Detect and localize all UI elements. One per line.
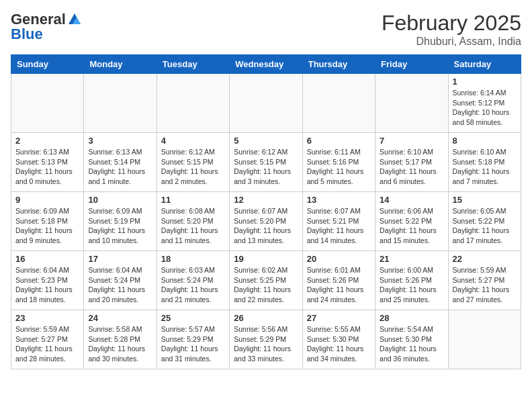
day-info: Sunrise: 5:59 AM Sunset: 5:27 PM Dayligh… bbox=[453, 265, 517, 305]
day-info: Sunrise: 6:07 AM Sunset: 5:20 PM Dayligh… bbox=[234, 206, 298, 246]
day-number: 13 bbox=[307, 195, 371, 205]
calendar-cell bbox=[302, 74, 375, 133]
day-number: 8 bbox=[453, 136, 517, 146]
day-number: 4 bbox=[161, 136, 225, 146]
calendar-week-0: 1Sunrise: 6:14 AM Sunset: 5:12 PM Daylig… bbox=[11, 74, 521, 133]
day-number: 2 bbox=[15, 136, 79, 146]
day-info: Sunrise: 6:14 AM Sunset: 5:12 PM Dayligh… bbox=[453, 88, 517, 128]
day-info: Sunrise: 6:09 AM Sunset: 5:19 PM Dayligh… bbox=[88, 206, 152, 246]
day-info: Sunrise: 6:08 AM Sunset: 5:20 PM Dayligh… bbox=[161, 206, 225, 246]
day-info: Sunrise: 6:10 AM Sunset: 5:18 PM Dayligh… bbox=[453, 147, 517, 187]
day-number: 18 bbox=[161, 254, 225, 264]
calendar-cell: 3Sunrise: 6:13 AM Sunset: 5:14 PM Daylig… bbox=[84, 133, 157, 192]
day-number: 3 bbox=[88, 136, 152, 146]
calendar-cell: 28Sunrise: 5:54 AM Sunset: 5:30 PM Dayli… bbox=[375, 310, 448, 369]
day-info: Sunrise: 6:05 AM Sunset: 5:22 PM Dayligh… bbox=[453, 206, 517, 246]
calendar-table: SundayMondayTuesdayWednesdayThursdayFrid… bbox=[11, 54, 521, 369]
day-number: 19 bbox=[234, 254, 298, 264]
logo-icon bbox=[67, 12, 82, 27]
day-info: Sunrise: 6:03 AM Sunset: 5:24 PM Dayligh… bbox=[161, 265, 225, 305]
calendar-cell: 18Sunrise: 6:03 AM Sunset: 5:24 PM Dayli… bbox=[157, 251, 229, 310]
month-title: February 2025 bbox=[382, 11, 521, 36]
day-number: 25 bbox=[161, 313, 225, 323]
col-header-wednesday: Wednesday bbox=[230, 55, 302, 74]
calendar-cell: 19Sunrise: 6:02 AM Sunset: 5:25 PM Dayli… bbox=[230, 251, 302, 310]
calendar-week-2: 9Sunrise: 6:09 AM Sunset: 5:18 PM Daylig… bbox=[11, 192, 521, 251]
day-info: Sunrise: 6:07 AM Sunset: 5:21 PM Dayligh… bbox=[307, 206, 371, 246]
calendar-cell: 8Sunrise: 6:10 AM Sunset: 5:18 PM Daylig… bbox=[448, 133, 521, 192]
day-info: Sunrise: 6:13 AM Sunset: 5:13 PM Dayligh… bbox=[15, 147, 79, 187]
day-info: Sunrise: 5:58 AM Sunset: 5:28 PM Dayligh… bbox=[88, 324, 152, 364]
day-info: Sunrise: 6:12 AM Sunset: 5:15 PM Dayligh… bbox=[234, 147, 298, 187]
calendar-cell bbox=[84, 74, 157, 133]
subtitle: Dhuburi, Assam, India bbox=[382, 36, 521, 48]
day-number: 23 bbox=[15, 313, 79, 323]
calendar-cell: 16Sunrise: 6:04 AM Sunset: 5:23 PM Dayli… bbox=[11, 251, 84, 310]
day-number: 16 bbox=[15, 254, 79, 264]
col-header-thursday: Thursday bbox=[302, 55, 375, 74]
calendar-cell: 5Sunrise: 6:12 AM Sunset: 5:15 PM Daylig… bbox=[230, 133, 302, 192]
day-number: 27 bbox=[307, 313, 371, 323]
day-number: 12 bbox=[234, 195, 298, 205]
calendar-cell bbox=[448, 310, 521, 369]
calendar-cell: 26Sunrise: 5:56 AM Sunset: 5:29 PM Dayli… bbox=[230, 310, 302, 369]
day-number: 9 bbox=[15, 195, 79, 205]
day-info: Sunrise: 6:11 AM Sunset: 5:16 PM Dayligh… bbox=[307, 147, 371, 187]
calendar-header-row: SundayMondayTuesdayWednesdayThursdayFrid… bbox=[11, 55, 521, 74]
day-number: 1 bbox=[453, 77, 517, 87]
calendar-cell: 17Sunrise: 6:04 AM Sunset: 5:24 PM Dayli… bbox=[84, 251, 157, 310]
col-header-tuesday: Tuesday bbox=[157, 55, 229, 74]
calendar-cell: 4Sunrise: 6:12 AM Sunset: 5:15 PM Daylig… bbox=[157, 133, 229, 192]
day-info: Sunrise: 6:01 AM Sunset: 5:26 PM Dayligh… bbox=[307, 265, 371, 305]
day-number: 17 bbox=[88, 254, 152, 264]
calendar-cell: 24Sunrise: 5:58 AM Sunset: 5:28 PM Dayli… bbox=[84, 310, 157, 369]
calendar-cell: 13Sunrise: 6:07 AM Sunset: 5:21 PM Dayli… bbox=[302, 192, 375, 251]
col-header-monday: Monday bbox=[84, 55, 157, 74]
calendar-cell: 15Sunrise: 6:05 AM Sunset: 5:22 PM Dayli… bbox=[448, 192, 521, 251]
calendar-cell: 27Sunrise: 5:55 AM Sunset: 5:30 PM Dayli… bbox=[302, 310, 375, 369]
calendar-cell: 20Sunrise: 6:01 AM Sunset: 5:26 PM Dayli… bbox=[302, 251, 375, 310]
day-number: 22 bbox=[453, 254, 517, 264]
day-info: Sunrise: 6:13 AM Sunset: 5:14 PM Dayligh… bbox=[88, 147, 152, 187]
day-number: 20 bbox=[307, 254, 371, 264]
calendar-cell: 21Sunrise: 6:00 AM Sunset: 5:26 PM Dayli… bbox=[375, 251, 448, 310]
logo: General Blue bbox=[11, 11, 82, 43]
calendar-cell: 25Sunrise: 5:57 AM Sunset: 5:29 PM Dayli… bbox=[157, 310, 229, 369]
day-info: Sunrise: 6:02 AM Sunset: 5:25 PM Dayligh… bbox=[234, 265, 298, 305]
day-number: 14 bbox=[380, 195, 443, 205]
day-info: Sunrise: 6:10 AM Sunset: 5:17 PM Dayligh… bbox=[380, 147, 443, 187]
day-number: 28 bbox=[380, 313, 443, 323]
calendar-cell: 9Sunrise: 6:09 AM Sunset: 5:18 PM Daylig… bbox=[11, 192, 84, 251]
calendar-cell: 6Sunrise: 6:11 AM Sunset: 5:16 PM Daylig… bbox=[302, 133, 375, 192]
day-number: 24 bbox=[88, 313, 152, 323]
day-number: 21 bbox=[380, 254, 443, 264]
calendar-week-3: 16Sunrise: 6:04 AM Sunset: 5:23 PM Dayli… bbox=[11, 251, 521, 310]
col-header-saturday: Saturday bbox=[448, 55, 521, 74]
calendar-cell bbox=[230, 74, 302, 133]
calendar-cell: 14Sunrise: 6:06 AM Sunset: 5:22 PM Dayli… bbox=[375, 192, 448, 251]
day-info: Sunrise: 6:09 AM Sunset: 5:18 PM Dayligh… bbox=[15, 206, 79, 246]
calendar-cell: 7Sunrise: 6:10 AM Sunset: 5:17 PM Daylig… bbox=[375, 133, 448, 192]
day-number: 10 bbox=[88, 195, 152, 205]
day-info: Sunrise: 6:12 AM Sunset: 5:15 PM Dayligh… bbox=[161, 147, 225, 187]
calendar-week-4: 23Sunrise: 5:59 AM Sunset: 5:27 PM Dayli… bbox=[11, 310, 521, 369]
day-info: Sunrise: 5:55 AM Sunset: 5:30 PM Dayligh… bbox=[307, 324, 371, 364]
calendar-cell: 1Sunrise: 6:14 AM Sunset: 5:12 PM Daylig… bbox=[448, 74, 521, 133]
day-info: Sunrise: 5:59 AM Sunset: 5:27 PM Dayligh… bbox=[15, 324, 79, 364]
day-info: Sunrise: 6:04 AM Sunset: 5:23 PM Dayligh… bbox=[15, 265, 79, 305]
day-info: Sunrise: 6:00 AM Sunset: 5:26 PM Dayligh… bbox=[380, 265, 443, 305]
day-number: 7 bbox=[380, 136, 443, 146]
col-header-friday: Friday bbox=[375, 55, 448, 74]
calendar-cell: 22Sunrise: 5:59 AM Sunset: 5:27 PM Dayli… bbox=[448, 251, 521, 310]
calendar-week-1: 2Sunrise: 6:13 AM Sunset: 5:13 PM Daylig… bbox=[11, 133, 521, 192]
calendar-cell: 11Sunrise: 6:08 AM Sunset: 5:20 PM Dayli… bbox=[157, 192, 229, 251]
day-info: Sunrise: 5:57 AM Sunset: 5:29 PM Dayligh… bbox=[161, 324, 225, 364]
day-number: 6 bbox=[307, 136, 371, 146]
calendar-cell: 2Sunrise: 6:13 AM Sunset: 5:13 PM Daylig… bbox=[11, 133, 84, 192]
calendar-cell bbox=[11, 74, 84, 133]
day-number: 26 bbox=[234, 313, 298, 323]
day-info: Sunrise: 5:54 AM Sunset: 5:30 PM Dayligh… bbox=[380, 324, 443, 364]
day-info: Sunrise: 6:04 AM Sunset: 5:24 PM Dayligh… bbox=[88, 265, 152, 305]
logo-blue-text: Blue bbox=[11, 26, 43, 43]
day-info: Sunrise: 5:56 AM Sunset: 5:29 PM Dayligh… bbox=[234, 324, 298, 364]
